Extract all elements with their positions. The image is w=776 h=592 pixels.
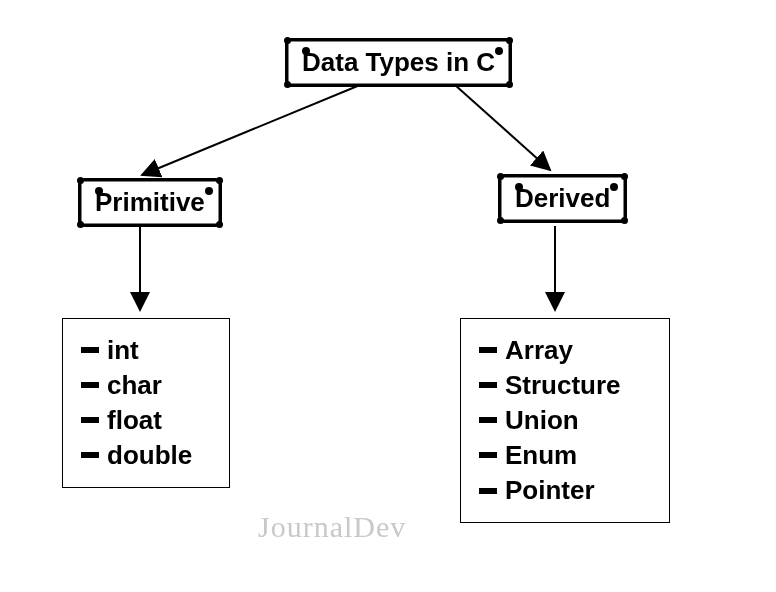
list-item: float <box>81 403 211 438</box>
dash-icon <box>479 417 497 423</box>
list-item-label: Union <box>505 405 579 435</box>
list-item-label: int <box>107 335 139 365</box>
root-node: Data Types in C <box>285 38 512 87</box>
list-item: char <box>81 368 211 403</box>
derived-list-box: ArrayStructureUnionEnumPointer <box>460 318 670 523</box>
list-item: Array <box>479 333 651 368</box>
list-item-label: Structure <box>505 370 621 400</box>
svg-line-0 <box>142 85 360 175</box>
list-item: int <box>81 333 211 368</box>
list-item: Enum <box>479 438 651 473</box>
list-item: Structure <box>479 368 651 403</box>
derived-node: Derived <box>498 174 627 223</box>
list-item-label: double <box>107 440 192 470</box>
svg-line-1 <box>455 85 550 170</box>
dash-icon <box>81 417 99 423</box>
primitive-node: Primitive <box>78 178 222 227</box>
dash-icon <box>81 382 99 388</box>
dash-icon <box>479 452 497 458</box>
list-item-label: char <box>107 370 162 400</box>
primitive-label: Primitive <box>95 187 205 217</box>
list-item: Union <box>479 403 651 438</box>
primitive-list: intcharfloatdouble <box>81 333 211 473</box>
dash-icon <box>479 382 497 388</box>
list-item: Pointer <box>479 473 651 508</box>
dash-icon <box>479 347 497 353</box>
list-item-label: float <box>107 405 162 435</box>
dash-icon <box>479 488 497 494</box>
derived-list: ArrayStructureUnionEnumPointer <box>479 333 651 508</box>
root-title: Data Types in C <box>302 47 495 77</box>
watermark-text: JournalDev <box>258 510 406 544</box>
dash-icon <box>81 452 99 458</box>
derived-label: Derived <box>515 183 610 213</box>
list-item-label: Array <box>505 335 573 365</box>
list-item-label: Enum <box>505 440 577 470</box>
list-item: double <box>81 438 211 473</box>
list-item-label: Pointer <box>505 475 595 505</box>
primitive-list-box: intcharfloatdouble <box>62 318 230 488</box>
dash-icon <box>81 347 99 353</box>
